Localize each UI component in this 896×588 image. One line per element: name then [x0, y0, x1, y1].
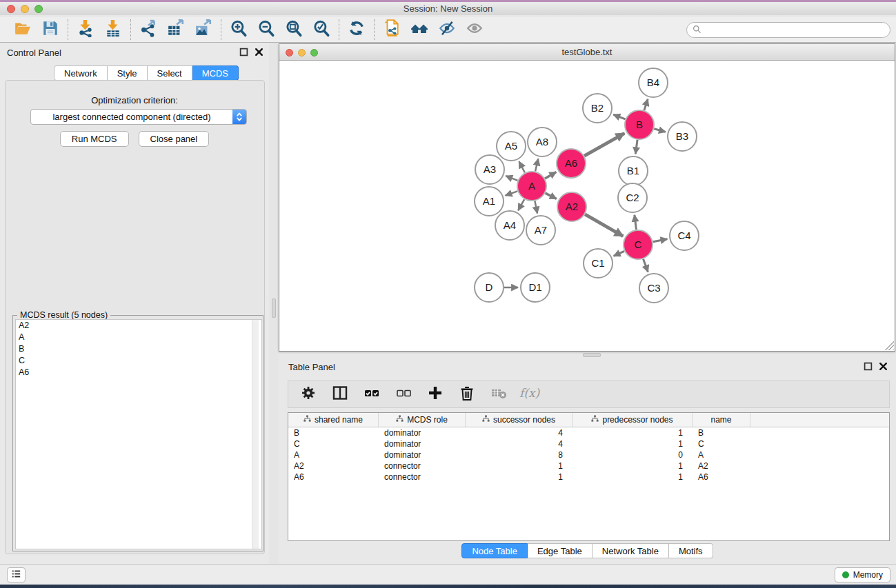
edge-B-B4[interactable] [644, 99, 648, 110]
table-cell[interactable]: dominator [379, 427, 466, 438]
table-cell[interactable]: 1 [573, 472, 693, 483]
edge-A-A1[interactable] [506, 191, 518, 195]
table-cell[interactable]: dominator [379, 449, 466, 460]
node-C[interactable]: C [624, 230, 653, 259]
table-row[interactable]: A6connector11A6 [288, 472, 889, 483]
search-input[interactable] [704, 26, 884, 35]
network-canvas[interactable]: B4B2BB3A8A5A6A3B1AC2A1A2A4A7C4CC1C3DD1 [279, 61, 895, 350]
node-D1[interactable]: D1 [521, 273, 550, 302]
mcds-result-item[interactable]: C [16, 355, 261, 367]
tab-network[interactable]: Network [54, 65, 108, 81]
optimization-criterion-select[interactable]: largest connected component (directed) [30, 109, 247, 125]
table-cell[interactable]: 8 [466, 449, 573, 460]
node-D[interactable]: D [475, 273, 504, 302]
table-cell[interactable]: connector [379, 460, 466, 472]
node-A[interactable]: A [517, 172, 546, 201]
table-cell[interactable]: A6 [693, 472, 750, 483]
tab-network-table[interactable]: Network Table [593, 543, 669, 558]
table-cell[interactable]: A2 [693, 460, 750, 472]
table-cell[interactable]: 1 [466, 460, 573, 472]
table-cell[interactable]: 1 [573, 427, 693, 438]
node-B1[interactable]: B1 [619, 156, 648, 185]
float-panel-icon[interactable] [239, 48, 248, 57]
node-A4[interactable]: A4 [495, 211, 524, 240]
edge-C-C1[interactable] [614, 251, 624, 256]
minimize-window-button[interactable] [21, 5, 29, 13]
edge-A-A4[interactable] [518, 199, 524, 210]
zoom-in-button[interactable] [228, 19, 249, 40]
edge-A2-C[interactable] [585, 214, 623, 236]
close-window-button[interactable] [7, 5, 15, 13]
export-network-button[interactable] [138, 19, 159, 40]
table-cell[interactable]: A [288, 449, 379, 460]
tab-node-table[interactable]: Node Table [461, 543, 528, 558]
node-A2[interactable]: A2 [557, 192, 586, 221]
edge-A6-B[interactable] [584, 133, 624, 156]
node-A6[interactable]: A6 [557, 149, 586, 178]
edge-B-B2[interactable] [613, 114, 625, 119]
network-minimize-button[interactable] [298, 49, 306, 57]
edge-A-A7[interactable] [535, 201, 537, 214]
export-image-button[interactable] [193, 19, 214, 40]
table-cell[interactable]: C [288, 438, 379, 449]
zoom-selected-button[interactable] [311, 19, 332, 40]
node-A8[interactable]: A8 [528, 128, 557, 156]
task-history-button[interactable] [7, 567, 26, 582]
mcds-result-item[interactable]: B [16, 343, 261, 355]
node-B[interactable]: B [625, 110, 654, 139]
import-network-button[interactable] [75, 19, 96, 40]
column-header-name[interactable]: name [693, 413, 750, 427]
network-maximize-button[interactable] [310, 49, 318, 57]
home-button[interactable] [409, 19, 430, 40]
node-B4[interactable]: B4 [639, 68, 668, 97]
gear-button[interactable] [298, 384, 319, 405]
import-table-button[interactable] [103, 19, 123, 40]
edge-A-A8[interactable] [535, 159, 538, 171]
table-cell[interactable]: 4 [466, 438, 573, 449]
table-cell[interactable]: connector [379, 472, 466, 483]
edge-A-A6[interactable] [545, 172, 556, 179]
column-header-predecessor-nodes[interactable]: predecessor nodes [573, 413, 693, 427]
tab-motifs[interactable]: Motifs [669, 543, 713, 558]
divider-grip[interactable] [583, 353, 601, 357]
search-input-wrap[interactable] [686, 22, 890, 38]
mcds-result-item[interactable]: A6 [16, 367, 261, 378]
zoom-fit-button[interactable] [283, 19, 304, 40]
add-button[interactable] [425, 384, 446, 405]
table-cell[interactable]: 4 [466, 427, 573, 438]
maximize-window-button[interactable] [34, 5, 43, 13]
table-row[interactable]: A2connector11A2 [288, 460, 889, 472]
table-cell[interactable]: 1 [573, 438, 693, 449]
deselect-all-button[interactable] [393, 384, 414, 405]
table-cell[interactable]: 1 [466, 472, 573, 483]
open-folder-button[interactable] [12, 19, 33, 40]
horizontal-split-divider[interactable] [279, 352, 896, 358]
node-B2[interactable]: B2 [583, 94, 612, 123]
table-cell[interactable]: 0 [573, 449, 693, 460]
column-header-MCDS-role[interactable]: MCDS role [379, 413, 466, 427]
node-A5[interactable]: A5 [497, 132, 526, 161]
trash-button[interactable] [457, 384, 477, 405]
table-cell[interactable]: 1 [573, 460, 693, 472]
column-header-shared-name[interactable]: shared name [288, 413, 379, 427]
mcds-result-item[interactable]: A [16, 332, 261, 343]
float-panel-icon[interactable] [864, 362, 873, 371]
node-C1[interactable]: C1 [584, 249, 613, 278]
node-C4[interactable]: C4 [670, 221, 699, 250]
save-button[interactable] [40, 19, 61, 40]
node-A1[interactable]: A1 [475, 187, 504, 216]
table-row[interactable]: Cdominator41C [288, 438, 889, 449]
close-panel-icon[interactable] [255, 48, 263, 57]
network-close-button[interactable] [286, 49, 293, 57]
mcds-result-list[interactable]: A2ABCA6 [15, 319, 262, 549]
table-cell[interactable]: A2 [288, 460, 379, 472]
node-A7[interactable]: A7 [526, 216, 555, 245]
columns-button[interactable] [330, 384, 350, 405]
edge-A-A2[interactable] [546, 193, 557, 199]
edge-A-A3[interactable] [506, 176, 517, 181]
table-cell[interactable]: A [693, 449, 750, 460]
edge-A-A5[interactable] [519, 161, 524, 172]
node-C3[interactable]: C3 [639, 274, 668, 303]
network-window-titlebar[interactable]: testGlobe.txt [279, 44, 895, 61]
select-all-button[interactable] [361, 384, 382, 405]
